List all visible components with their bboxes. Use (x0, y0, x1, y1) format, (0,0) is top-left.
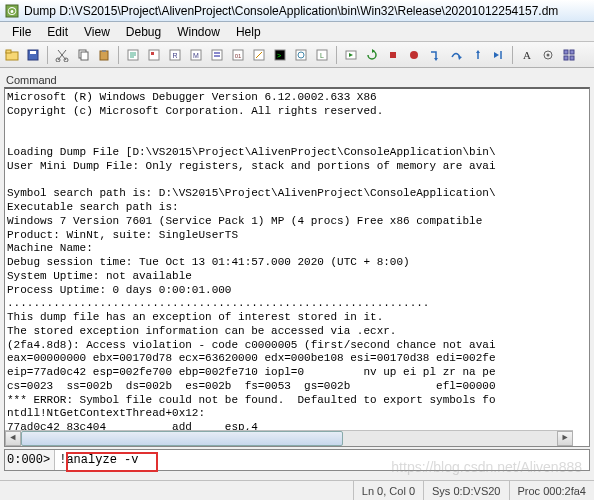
svg-rect-47 (564, 50, 568, 54)
menu-edit[interactable]: Edit (39, 23, 76, 41)
scratch-icon[interactable] (249, 45, 269, 65)
window-title: Dump D:\VS2015\Project\AlivenProject\Con… (24, 4, 558, 18)
registers-icon[interactable]: R (165, 45, 185, 65)
svg-rect-48 (570, 50, 574, 54)
svg-rect-11 (102, 50, 106, 52)
scrollbar-thumb[interactable] (21, 431, 343, 446)
menu-debug[interactable]: Debug (118, 23, 169, 41)
command-window: Command Microsoft (R) Windows Debugger V… (4, 74, 590, 447)
scroll-left-icon[interactable]: ◄ (5, 431, 21, 446)
break-icon[interactable] (404, 45, 424, 65)
callstack-icon[interactable] (207, 45, 227, 65)
step-into-icon[interactable] (425, 45, 445, 65)
status-process: Proc 000:2fa4 (509, 481, 595, 500)
menu-window[interactable]: Window (169, 23, 228, 41)
menu-file[interactable]: File (4, 23, 39, 41)
font-icon[interactable]: A (517, 45, 537, 65)
svg-text:>: > (277, 52, 281, 59)
save-icon[interactable] (23, 45, 43, 65)
command-output[interactable]: Microsoft (R) Windows Debugger Version 6… (4, 87, 590, 447)
svg-text:A: A (523, 49, 531, 61)
status-system: Sys 0:D:VS20 (423, 481, 508, 500)
svg-rect-50 (570, 56, 574, 60)
command-label: Command (4, 74, 590, 86)
toolbar-separator (118, 46, 119, 64)
svg-point-38 (410, 51, 418, 59)
command-prompt: 0:000> (4, 449, 590, 471)
svg-rect-24 (214, 55, 220, 57)
svg-text:R: R (172, 52, 177, 59)
arrange-icon[interactable] (559, 45, 579, 65)
disasm-icon[interactable]: 01 (228, 45, 248, 65)
svg-marker-41 (476, 50, 480, 53)
svg-text:01: 01 (235, 53, 242, 59)
status-cursor: Ln 0, Col 0 (353, 481, 423, 500)
svg-rect-10 (100, 51, 108, 60)
title-bar: ⦿ Dump D:\VS2015\Project\AlivenProject\C… (0, 0, 594, 22)
svg-rect-37 (390, 52, 396, 58)
run-to-icon[interactable] (488, 45, 508, 65)
locals-icon[interactable]: L (312, 45, 332, 65)
memory-icon[interactable]: M (186, 45, 206, 65)
svg-marker-40 (458, 56, 462, 60)
svg-rect-3 (6, 50, 11, 53)
svg-marker-42 (494, 52, 499, 58)
step-over-icon[interactable] (446, 45, 466, 65)
toolbar: R M 01 > L A (0, 42, 594, 68)
open-file-icon[interactable] (2, 45, 22, 65)
svg-point-46 (547, 53, 550, 56)
output-text: Microsoft (R) Windows Debugger Version 6… (7, 91, 495, 435)
svg-rect-23 (214, 52, 220, 54)
svg-rect-5 (30, 51, 36, 54)
horizontal-scrollbar[interactable]: ◄ ► (5, 430, 573, 446)
copy-icon[interactable] (73, 45, 93, 65)
app-icon: ⦿ (4, 3, 20, 19)
svg-rect-17 (151, 52, 154, 55)
paste-icon[interactable] (94, 45, 114, 65)
cut-icon[interactable] (52, 45, 72, 65)
menu-view[interactable]: View (76, 23, 118, 41)
svg-text:M: M (193, 52, 199, 59)
step-out-icon[interactable] (467, 45, 487, 65)
watch-icon[interactable] (291, 45, 311, 65)
scrollbar-track[interactable] (21, 431, 557, 446)
svg-marker-39 (434, 58, 438, 61)
scroll-right-icon[interactable]: ► (557, 431, 573, 446)
svg-text:L: L (320, 52, 324, 59)
restart-icon[interactable] (362, 45, 382, 65)
svg-text:⦿: ⦿ (7, 6, 17, 17)
menu-bar: File Edit View Debug Window Help (0, 22, 594, 42)
command-input[interactable] (55, 450, 589, 470)
toolbar-separator (336, 46, 337, 64)
menu-help[interactable]: Help (228, 23, 269, 41)
toolbar-separator (512, 46, 513, 64)
svg-rect-9 (81, 52, 88, 60)
source-icon[interactable] (123, 45, 143, 65)
stop-icon[interactable] (383, 45, 403, 65)
status-bar: Ln 0, Col 0 Sys 0:D:VS20 Proc 000:2fa4 (0, 480, 594, 500)
properties-icon[interactable] (144, 45, 164, 65)
toolbar-separator (47, 46, 48, 64)
svg-rect-49 (564, 56, 568, 60)
prompt-prefix: 0:000> (5, 450, 55, 470)
go-icon[interactable] (341, 45, 361, 65)
command-icon[interactable]: > (270, 45, 290, 65)
options-icon[interactable] (538, 45, 558, 65)
